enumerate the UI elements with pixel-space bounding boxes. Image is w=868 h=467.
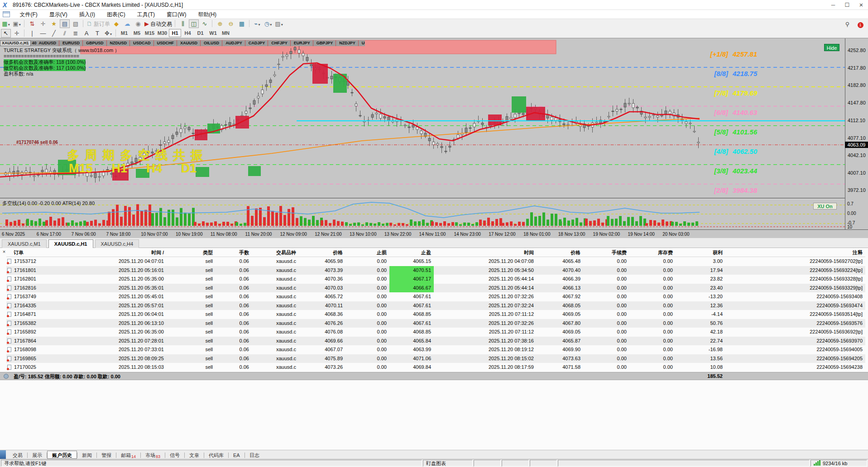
menu-item-3[interactable]: 图表(C) [101, 10, 131, 19]
horizontal-line-icon[interactable]: ― [38, 29, 48, 38]
tester-icon[interactable]: ▧ [71, 19, 81, 28]
order-row[interactable]: 171637492025.11.20 05:45:01sell0.06xauus… [6, 292, 865, 301]
tile-windows-icon[interactable]: ▦ [237, 19, 247, 28]
timeframe-m1-button[interactable]: M1 [118, 29, 130, 37]
column-header-7[interactable]: 止盈 [389, 248, 434, 257]
chart-tab-xauusdch4[interactable]: XAUUSD.c,H4 [95, 239, 139, 248]
column-header-12[interactable]: 获利 [676, 248, 725, 257]
symbol-chip-nzdusd[interactable]: NZDUSD [110, 40, 130, 46]
new-chart-icon[interactable]: ▦▾ [1, 19, 11, 28]
bottom-tab-2[interactable]: 账户历史 [47, 451, 77, 459]
menu-item-6[interactable]: 帮助(H) [192, 10, 222, 19]
symbol-chip-usdjpy[interactable]: USDJPY [362, 40, 365, 46]
menu-item-0[interactable]: 文件(F) [14, 10, 43, 19]
symbol-chip-audjpy[interactable]: AUDJPY [225, 40, 245, 46]
periods-icon[interactable]: ◷▾ [263, 19, 273, 28]
minimize-button[interactable]: ─ [826, 0, 840, 10]
timeframe-w1-button[interactable]: W1 [207, 29, 219, 37]
menu-item-1[interactable]: 显示(V) [43, 10, 73, 19]
candlestick-chart-icon[interactable]: ◫ [189, 19, 199, 28]
timeframe-h4-button[interactable]: H4 [182, 29, 194, 37]
bottom-tab-9[interactable]: 代码库 [204, 451, 228, 459]
bar-chart-icon[interactable]: ⫼ [178, 19, 188, 28]
cloud-icon[interactable]: ☁ [122, 19, 132, 28]
timeframe-mn-button[interactable]: MN [220, 29, 232, 37]
chart-tab-xauusdch1[interactable]: XAUUSD.c,H1 [48, 239, 93, 248]
column-header-5[interactable]: 价格 [299, 248, 345, 257]
autotrading-icon[interactable]: ▶自动交易 [144, 19, 173, 28]
symbol-chip-usdcad[interactable]: USDCAD [133, 40, 154, 46]
column-header-0[interactable]: 订单 [6, 248, 84, 257]
symbol-chip-chfjpy[interactable]: CHFJPY [271, 40, 291, 46]
profiles-icon[interactable]: ▣▾ [12, 19, 22, 28]
order-row[interactable]: 171628162025.11.20 05:35:01sell0.06xauus… [6, 284, 865, 293]
symbol-chip-cadjpy[interactable]: CADJPY [249, 40, 269, 46]
timeframe-m5-button[interactable]: M5 [131, 29, 143, 37]
symbol-chip-gbpusd[interactable]: GBPUSD [86, 40, 107, 46]
column-header-6[interactable]: 止损 [345, 248, 389, 257]
cursor-icon[interactable]: ↖ [1, 29, 11, 38]
order-row[interactable]: 171643352025.11.20 05:57:01sell0.06xauus… [6, 301, 865, 310]
search-icon[interactable]: ⚲ [843, 20, 853, 29]
bottom-tab-6[interactable]: 市场83 [141, 451, 165, 459]
maximize-button[interactable]: ☐ [840, 0, 854, 10]
timeframe-m15-button[interactable]: M15 [144, 29, 156, 37]
templates-icon[interactable]: ▨▾ [274, 19, 284, 28]
symbol-chip-oilusd[interactable]: OILUSD [204, 40, 222, 46]
data-window-icon[interactable]: ✛ [38, 19, 48, 28]
menu-item-5[interactable]: 窗口(W) [161, 10, 192, 19]
bottom-tab-7[interactable]: 信号 [165, 451, 184, 459]
new-order-icon[interactable]: 🗋新订单 [86, 19, 110, 28]
text-icon[interactable]: A [82, 29, 91, 38]
crosshair-icon[interactable]: ✛ [12, 29, 22, 38]
order-row[interactable]: 171698652025.11.20 08:09:25sell0.06xauus… [6, 354, 865, 363]
order-row[interactable]: 171618012025.11.20 05:16:01sell0.06xauus… [6, 266, 865, 275]
vertical-line-icon[interactable]: ❘ [27, 29, 37, 38]
order-row[interactable]: 171700252025.11.20 08:15:03sell0.06xauus… [6, 363, 865, 372]
column-header-13[interactable]: 注释 [725, 248, 865, 257]
metaeditor-icon[interactable]: ◆ [111, 19, 121, 28]
arrows-tool-icon[interactable]: ✥▾ [103, 29, 113, 38]
orders-table-header[interactable]: 订单时间 /类型手数交易品种价格止损止盈时间价格手续费库存费获利注释 [6, 248, 865, 257]
timeframe-d1-button[interactable]: D1 [194, 29, 206, 37]
time-axis[interactable]: 6 Nov 20256 Nov 17:007 Nov 06:007 Nov 18… [0, 229, 868, 238]
column-header-1[interactable]: 时间 / [84, 248, 167, 257]
order-row[interactable]: 171537122025.11.20 04:07:01sell0.06xauus… [6, 257, 865, 266]
symbol-chip-eurjpy[interactable]: EURJPY [294, 40, 313, 46]
price-axis[interactable]: 4252.804217.804182.804147.804112.104077.… [845, 38, 868, 229]
order-row[interactable]: 171653822025.11.20 06:13:10sell0.06xauus… [6, 319, 865, 328]
symbol-chip-nzdjpy[interactable]: NZDJPY [339, 40, 359, 46]
menu-item-2[interactable]: 插入(I) [73, 10, 101, 19]
channel-icon[interactable]: ⫽ [60, 29, 70, 38]
close-button[interactable]: × [854, 0, 868, 10]
fibonacci-icon[interactable]: ≣ [71, 29, 81, 38]
label-icon[interactable]: T [92, 29, 102, 38]
line-chart-icon[interactable]: ∿ [200, 19, 210, 28]
column-header-2[interactable]: 类型 [167, 248, 216, 257]
column-header-4[interactable]: 交易品种 [252, 248, 299, 257]
order-row[interactable]: 171680982025.11.20 07:33:01sell0.06xauus… [6, 345, 865, 354]
column-header-10[interactable]: 手续费 [583, 248, 629, 257]
timeframe-m30-button[interactable]: M30 [156, 29, 168, 37]
bottom-tab-5[interactable]: 邮箱14 [116, 451, 140, 459]
bottom-tab-3[interactable]: 新闻 [77, 451, 96, 459]
symbol-chip-eurusd[interactable]: EURUSD [62, 40, 83, 46]
notification-icon[interactable]: 1 [855, 20, 865, 29]
order-row[interactable]: 171678642025.11.20 07:28:01sell0.06xauus… [6, 337, 865, 346]
symbol-chip-usdchf[interactable]: USDCHF [157, 40, 177, 46]
column-header-8[interactable]: 时间 [434, 248, 537, 257]
menu-item-4[interactable]: 工具(T) [131, 10, 161, 19]
market-watch-icon[interactable]: ⇅ [27, 19, 37, 28]
terminal-icon[interactable]: ▤ [60, 19, 70, 28]
symbol-chip-audusd[interactable]: AUDUSD [39, 40, 60, 46]
points-badge-icon[interactable] [0, 450, 6, 459]
bottom-tab-8[interactable]: 文章 [185, 451, 204, 459]
order-row[interactable]: 171628012025.11.20 05:35:00sell0.06xauus… [6, 275, 865, 284]
indicators-icon[interactable]: ⌁▾ [252, 19, 262, 28]
column-header-11[interactable]: 库存费 [629, 248, 676, 257]
xu-toggle-button[interactable]: XU On [813, 203, 837, 210]
hide-button[interactable]: Hide [824, 44, 839, 51]
order-row[interactable]: 171658922025.11.20 06:35:00sell0.06xauus… [6, 328, 865, 337]
zoom-out-icon[interactable]: ⊖ [226, 19, 236, 28]
column-header-3[interactable]: 手数 [216, 248, 252, 257]
